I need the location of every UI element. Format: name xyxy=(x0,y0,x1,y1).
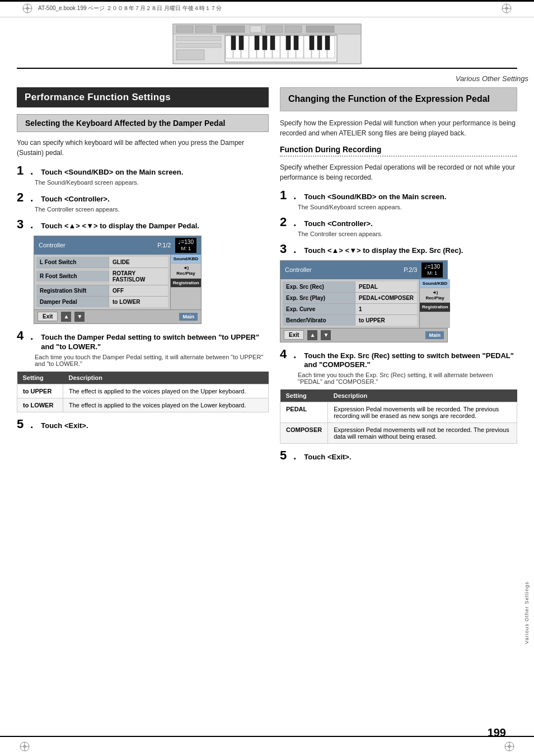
svg-rect-12 xyxy=(217,26,245,32)
right-step-2: 2 . Touch <Controller>. The Controller s… xyxy=(280,216,517,237)
right-step-subtitle-1: The Sound/Keyboard screen appears. xyxy=(298,204,517,210)
left-table-header-description: Description xyxy=(63,372,268,384)
right-table-header-setting: Setting xyxy=(280,389,328,402)
right-settings-table: Setting Description PEDAL Expression Ped… xyxy=(280,389,517,444)
right-sidebar-sound: Sound/KBD xyxy=(420,279,450,289)
left-column: Performance Function Settings Selecting … xyxy=(17,87,269,468)
top-border xyxy=(0,0,534,2)
right-step-title-4: Touch the Exp. Src (Rec) setting to swit… xyxy=(304,351,517,370)
ctrl-row-damper: Damper Pedal to LOWER xyxy=(36,297,168,307)
left-ctrl-tempo: ♩=130 M: 1 xyxy=(175,238,196,253)
crosshair-bottom-right-icon xyxy=(504,741,514,752)
svg-rect-37 xyxy=(263,36,267,50)
left-sidebar-recplay: ◄) Rec/Play xyxy=(171,264,201,278)
right-table-header-description: Description xyxy=(328,389,517,402)
left-ctrl-main-btn[interactable]: Main xyxy=(179,313,198,321)
left-body-text: You can specify which keyboard will be a… xyxy=(17,138,269,158)
table-row: PEDAL Expression Pedal movements will be… xyxy=(280,402,517,423)
left-sidebar-sound: Sound/KBD xyxy=(171,255,201,264)
right-step-title-3: Touch <▲> <▼> to display the Exp. Src (R… xyxy=(304,246,463,256)
various-other-settings-label: Various Other Settings xyxy=(0,74,534,83)
left-step-2: 2 . Touch <Controller>. The Controller s… xyxy=(17,191,269,213)
header-file-text: AT-500_e.book 199 ページ ２００８年７月２８日 月曜日 午後４… xyxy=(38,4,222,12)
svg-rect-17 xyxy=(176,36,221,41)
left-desc-lower: The effect is applied to the voices play… xyxy=(63,398,268,412)
right-function-body: Specify whether Expression Pedal operati… xyxy=(280,162,517,182)
left-ctrl-page: P.1/2 xyxy=(157,242,171,248)
ctrl-row-exp-rec: Exp. Src (Rec) PEDAL xyxy=(283,281,417,293)
right-ctrl-title: Controller xyxy=(285,266,312,273)
step-title-4: Touch the Damper Pedal setting to switch… xyxy=(41,333,269,352)
step-number-4: 4 xyxy=(17,330,24,342)
step-title-1: Touch <Sound/KBD> on the Main screen. xyxy=(41,168,183,177)
right-ctrl-down-arrow[interactable]: ▼ xyxy=(321,330,331,340)
left-ctrl-title: Controller xyxy=(39,242,65,248)
svg-rect-40 xyxy=(294,36,298,50)
left-step-1: 1 . Touch <Sound/KBD> on the Main screen… xyxy=(17,165,269,186)
svg-rect-36 xyxy=(255,36,259,50)
crosshair-left-icon xyxy=(22,3,32,13)
dotted-divider xyxy=(280,156,517,157)
left-setting-upper: to UPPER xyxy=(23,388,51,395)
right-setting-composer: COMPOSER xyxy=(286,426,322,433)
table-row: to UPPER The effect is applied to the vo… xyxy=(17,384,269,398)
right-step-number-2: 2 xyxy=(280,216,287,228)
side-label: Various Other Settings xyxy=(524,581,530,644)
right-step-title-1: Touch <Sound/KBD> on the Main screen. xyxy=(304,192,446,202)
right-desc-pedal: Expression Pedal movements will be recor… xyxy=(328,402,517,423)
ctrl-row-exp-curve: Exp. Curve 1 xyxy=(283,304,417,315)
right-step-number-5: 5 xyxy=(280,449,287,462)
page-header: AT-500_e.book 199 ページ ２００８年７月２８日 月曜日 午後４… xyxy=(0,0,534,17)
svg-rect-38 xyxy=(270,36,275,50)
right-setting-pedal: PEDAL xyxy=(286,406,307,412)
right-desc-composer: Expression Pedal movements will not be r… xyxy=(328,423,517,444)
left-table-header-setting: Setting xyxy=(17,372,63,384)
step-number-5: 5 xyxy=(17,418,24,430)
right-sidebar-recplay: ◄) Rec/Play xyxy=(420,288,450,303)
right-column: Changing the Function of the Expression … xyxy=(280,87,517,468)
step-number-2: 2 xyxy=(17,191,24,204)
section-title: Performance Function Settings xyxy=(17,87,269,107)
left-ctrl-up-arrow[interactable]: ▲ xyxy=(61,312,71,322)
step-subtitle-1: The Sound/Keyboard screen appears. xyxy=(35,179,269,186)
right-step-5: 5 . Touch <Exit>. xyxy=(280,449,517,462)
svg-rect-35 xyxy=(239,36,243,50)
step-title-5: Touch <Exit>. xyxy=(41,421,88,431)
right-ctrl-exit[interactable]: Exit xyxy=(284,330,304,340)
right-step-subtitle-2: The Controller screen appears. xyxy=(298,231,517,237)
right-ctrl-page: P.2/3 xyxy=(404,266,417,273)
keyboard-image-area: /* keys drawn below */ xyxy=(0,17,534,68)
right-ctrl-up-arrow[interactable]: ▲ xyxy=(307,330,317,340)
left-ctrl-exit[interactable]: Exit xyxy=(38,312,58,321)
function-subtitle: Function During Recording xyxy=(280,145,517,154)
left-step-4: 4 . Touch the Damper Pedal setting to sw… xyxy=(17,330,269,412)
right-body-text: Specify how the Expression Pedal will fu… xyxy=(280,118,517,138)
svg-rect-11 xyxy=(195,26,212,32)
table-row: to LOWER The effect is applied to the vo… xyxy=(17,398,269,412)
right-ctrl-main-btn[interactable]: Main xyxy=(425,331,444,339)
svg-rect-34 xyxy=(231,36,236,50)
right-step-1: 1 . Touch <Sound/KBD> on the Main screen… xyxy=(280,189,517,210)
crosshair-bottom-left-icon xyxy=(20,741,30,752)
left-controller-screen: Controller P.1/2 ♩=130 M: 1 L Fo xyxy=(34,236,202,324)
ctrl-row-bender: Bender/Vibrato to UPPER xyxy=(283,315,417,326)
svg-rect-42 xyxy=(317,36,322,50)
main-content: Performance Function Settings Selecting … xyxy=(0,87,534,485)
right-step-3: 3 . Touch <▲> <▼> to display the Exp. Sr… xyxy=(280,243,517,342)
step-number-1: 1 xyxy=(17,165,24,177)
left-settings-table: Setting Description to UPPER The effect … xyxy=(17,372,269,412)
right-sidebar-registration: Registration xyxy=(420,303,450,312)
function-subtitle-text: Function During Recording xyxy=(280,145,381,154)
subsection-title: Selecting the Keyboard Affected by the D… xyxy=(17,114,269,132)
right-controller-screen: Controller P.2/3 ♩=130 M: 1 Exp. xyxy=(280,260,448,342)
svg-rect-18 xyxy=(176,43,221,48)
svg-rect-39 xyxy=(286,36,291,50)
right-step-4: 4 . Touch the Exp. Src (Rec) setting to … xyxy=(280,348,517,444)
right-section-title: Changing the Function of the Expression … xyxy=(280,87,517,111)
ctrl-row-lfoot: L Foot Switch GLIDE xyxy=(36,257,168,268)
page-container: AT-500_e.book 199 ページ ２００８年７月２８日 月曜日 午後４… xyxy=(0,0,534,756)
right-step-subtitle-4: Each time you touch the Exp. Src (Rec) s… xyxy=(298,372,517,385)
left-ctrl-down-arrow[interactable]: ▼ xyxy=(74,312,85,322)
step-number-3: 3 xyxy=(17,218,24,231)
ctrl-row-exp-play: Exp. Src (Play) PEDAL+COMPOSER xyxy=(283,293,417,304)
